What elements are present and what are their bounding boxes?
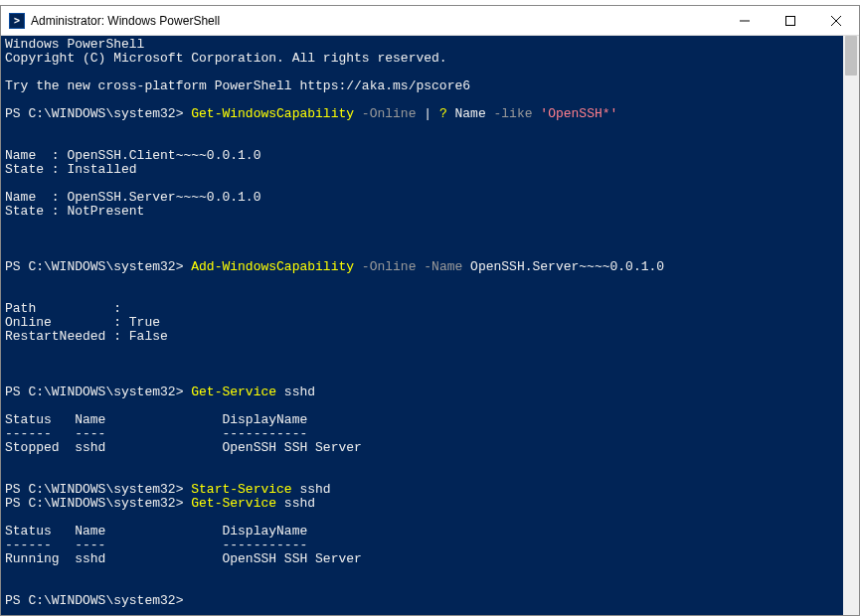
output-line: Name : OpenSSH.Client~~~~0.0.1.0 [5,148,260,163]
output-line: RestartNeeded : False [5,329,168,344]
close-icon [831,16,841,26]
output-line: Online : True [5,315,160,330]
cmdlet: ? [439,106,455,121]
output-line: State : NotPresent [5,204,144,219]
output-line: Name : OpenSSH.Server~~~~0.0.1.0 [5,190,260,205]
pipe: | [424,106,439,121]
background-strip [0,0,860,5]
param: -Online [354,106,424,121]
prompt: PS C:\WINDOWS\system32> [5,496,191,511]
table-header: Status Name DisplayName [5,412,307,427]
maximize-button[interactable] [768,6,813,35]
cmdlet: Add-WindowsCapability [191,259,354,274]
scrollbar[interactable] [843,36,859,615]
powershell-window: Administrator: Windows PowerShell Window… [0,5,860,616]
prompt: PS C:\WINDOWS\system32> [5,259,191,274]
terminal-wrap: Windows PowerShell Copyright (C) Microso… [1,36,859,615]
param: -like [494,106,541,121]
banner-line: Copyright (C) Microsoft Corporation. All… [5,51,447,66]
arg: Name [455,106,494,121]
string: 'OpenSSH*' [540,106,617,121]
minimize-button[interactable] [722,6,768,35]
cmdlet: Get-Service [191,385,284,399]
table-row: Stopped sshd OpenSSH SSH Server [5,440,362,455]
svg-rect-1 [786,16,795,25]
param: -Online -Name [354,259,470,274]
prompt: PS C:\WINDOWS\system32> [5,106,191,121]
prompt: PS C:\WINDOWS\system32> [5,593,191,608]
scrollbar-thumb[interactable] [845,36,857,76]
cmdlet: Start-Service [191,482,299,497]
banner-line: Windows PowerShell [5,37,144,52]
table-row: Running sshd OpenSSH SSH Server [5,551,362,566]
prompt: PS C:\WINDOWS\system32> [5,385,191,399]
output-line: Path : [5,301,121,316]
powershell-icon [9,13,25,29]
arg: sshd [284,496,315,511]
maximize-icon [785,16,795,26]
minimize-icon [740,16,750,26]
close-button[interactable] [813,6,859,35]
cmdlet: Get-Service [191,496,284,511]
arg: OpenSSH.Server~~~~0.0.1.0 [470,259,664,274]
table-sep: ------ ---- ----------- [5,538,307,552]
prompt: PS C:\WINDOWS\system32> [5,482,191,497]
table-sep: ------ ---- ----------- [5,426,307,441]
terminal[interactable]: Windows PowerShell Copyright (C) Microso… [1,36,843,615]
title-bar[interactable]: Administrator: Windows PowerShell [1,6,859,36]
arg: sshd [299,482,330,497]
window-title: Administrator: Windows PowerShell [31,14,722,28]
banner-line: Try the new cross-platform PowerShell ht… [5,78,470,93]
window-controls [722,6,859,35]
output-line: State : Installed [5,162,137,177]
arg: sshd [284,385,315,399]
cmdlet: Get-WindowsCapability [191,106,354,121]
table-header: Status Name DisplayName [5,524,307,539]
